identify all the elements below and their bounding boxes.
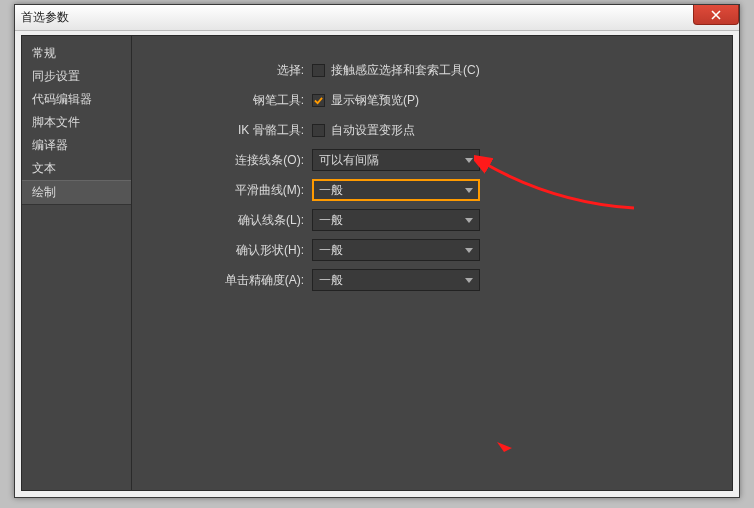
label-select: 选择: [152,62,312,79]
row-ik: IK 骨骼工具: 自动设置变形点 [152,116,712,144]
sidebar-item-label: 常规 [32,46,56,60]
checkbox-pen-preview-text: 显示钢笔预览(P) [331,92,419,109]
select-click-precision[interactable]: 一般 [312,269,480,291]
select-value: 一般 [319,182,343,199]
sidebar-item-code-editor[interactable]: 代码编辑器 [22,88,131,111]
titlebar: 首选参数 [15,5,739,31]
label-smooth: 平滑曲线(M): [152,182,312,199]
select-confirm-line[interactable]: 一般 [312,209,480,231]
select-smooth-curve[interactable]: 一般 [312,179,480,201]
checkbox-pen-preview[interactable] [312,94,325,107]
sidebar: 常规 同步设置 代码编辑器 脚本文件 编译器 文本 绘制 [22,36,132,490]
checkbox-ik-auto-text: 自动设置变形点 [331,122,415,139]
label-connect: 连接线条(O): [152,152,312,169]
chevron-down-icon [465,188,473,193]
select-value: 可以有间隔 [319,152,379,169]
select-value: 一般 [319,242,343,259]
select-confirm-shape[interactable]: 一般 [312,239,480,261]
sidebar-item-label: 代码编辑器 [32,92,92,106]
chevron-down-icon [465,218,473,223]
select-value: 一般 [319,272,343,289]
sidebar-item-compiler[interactable]: 编译器 [22,134,131,157]
checkbox-contact-select-text: 接触感应选择和套索工具(C) [331,62,480,79]
chevron-down-icon [465,278,473,283]
sidebar-item-label: 脚本文件 [32,115,80,129]
sidebar-item-label: 编译器 [32,138,68,152]
checkbox-contact-select[interactable] [312,64,325,77]
row-smooth: 平滑曲线(M): 一般 [152,176,712,204]
sidebar-item-label: 绘制 [32,185,56,199]
sidebar-item-label: 同步设置 [32,69,80,83]
select-value: 一般 [319,212,343,229]
close-button[interactable] [693,5,739,25]
row-select: 选择: 接触感应选择和套索工具(C) [152,56,712,84]
sidebar-item-script[interactable]: 脚本文件 [22,111,131,134]
sidebar-item-general[interactable]: 常规 [22,42,131,65]
row-confirm-line: 确认线条(L): 一般 [152,206,712,234]
label-confirm-line: 确认线条(L): [152,212,312,229]
sidebar-item-label: 文本 [32,161,56,175]
checkbox-ik-auto[interactable] [312,124,325,137]
chevron-down-icon [465,248,473,253]
sidebar-item-sync[interactable]: 同步设置 [22,65,131,88]
label-confirm-shape: 确认形状(H): [152,242,312,259]
label-click: 单击精确度(A): [152,272,312,289]
close-icon [711,10,721,20]
window-body: 常规 同步设置 代码编辑器 脚本文件 编译器 文本 绘制 选择: 接触感应选择和… [21,35,733,491]
label-pen: 钢笔工具: [152,92,312,109]
annotation-arrow-small-icon [492,436,522,456]
row-confirm-shape: 确认形状(H): 一般 [152,236,712,264]
chevron-down-icon [465,158,473,163]
sidebar-item-text[interactable]: 文本 [22,157,131,180]
row-click-precision: 单击精确度(A): 一般 [152,266,712,294]
select-connect-lines[interactable]: 可以有间隔 [312,149,480,171]
sidebar-item-draw[interactable]: 绘制 [22,180,131,205]
label-ik: IK 骨骼工具: [152,122,312,139]
window-title: 首选参数 [21,9,69,26]
row-connect: 连接线条(O): 可以有间隔 [152,146,712,174]
content-panel: 选择: 接触感应选择和套索工具(C) 钢笔工具: 显示钢笔预览(P) IK 骨骼… [132,36,732,490]
row-pen: 钢笔工具: 显示钢笔预览(P) [152,86,712,114]
preferences-window: 首选参数 常规 同步设置 代码编辑器 脚本文件 编译器 文本 绘制 选择: 接触… [14,4,740,498]
